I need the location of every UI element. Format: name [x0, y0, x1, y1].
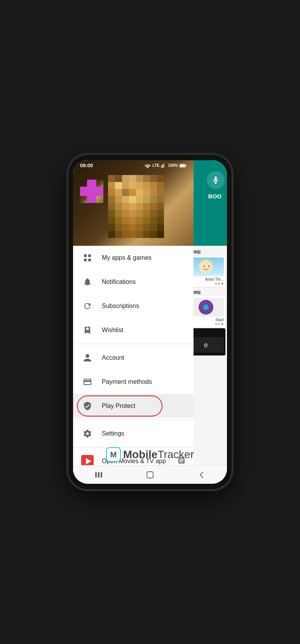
svg-rect-11 — [95, 472, 97, 478]
svg-point-3 — [204, 266, 205, 267]
svg-point-4 — [208, 266, 209, 267]
recent-apps-button[interactable] — [89, 467, 108, 483]
grid-icon — [81, 251, 94, 264]
drawer-menu: My apps & games Notifications Subscripti… — [73, 246, 194, 484]
bookmark-check-icon — [81, 324, 94, 337]
card-rating-1: 4.6 ★ — [215, 282, 224, 285]
menu-label-my-apps: My apps & games — [102, 254, 152, 261]
svg-rect-12 — [98, 472, 99, 478]
card-name-2: Slacl — [215, 318, 224, 322]
phone-frame: BOO MORE — [68, 155, 232, 489]
drawer: 09:00 LTE 100% — [73, 160, 194, 484]
menu-item-account[interactable]: Account — [73, 346, 194, 370]
menu-item-subscriptions[interactable]: Subscriptions — [73, 294, 194, 318]
menu-label-payment: Payment methods — [102, 378, 152, 385]
menu-label-notifications: Notifications — [102, 278, 136, 285]
divider-1 — [73, 344, 194, 344]
mic-button[interactable] — [207, 171, 225, 189]
boo-badge: BOO — [205, 191, 225, 201]
nav-bar — [73, 465, 227, 484]
bell-icon — [81, 275, 94, 289]
svg-rect-13 — [101, 472, 102, 478]
phone-screen: BOO MORE — [73, 160, 227, 484]
signal-icon — [161, 163, 166, 168]
lte-badge: LTE — [152, 163, 159, 168]
svg-rect-6 — [180, 164, 185, 166]
menu-item-my-apps[interactable]: My apps & games — [73, 246, 194, 270]
divider-2 — [73, 420, 194, 420]
home-button[interactable] — [140, 467, 160, 483]
svg-point-0 — [199, 260, 213, 274]
card-name-1: Anim Thr... — [205, 277, 224, 282]
card-rating-2: 4.4 ★ — [215, 322, 224, 326]
menu-item-play-protect[interactable]: Play Protect — [73, 394, 194, 418]
pixel-face — [108, 175, 164, 238]
plus-icon — [80, 180, 103, 203]
menu-label-settings: Settings — [102, 430, 124, 437]
back-button[interactable] — [192, 467, 211, 483]
menu-label-wishlist: Wishlist — [102, 327, 123, 334]
divider-3 — [73, 447, 194, 448]
refresh-icon — [81, 299, 94, 313]
gear-icon — [81, 427, 94, 440]
status-time: 09:00 — [80, 163, 93, 168]
battery-text: 100% — [168, 163, 178, 168]
wifi-icon — [145, 163, 151, 168]
menu-item-payment[interactable]: Payment methods — [73, 370, 194, 394]
status-bar: 09:00 LTE 100% — [73, 160, 194, 170]
menu-item-wishlist[interactable]: Wishlist — [73, 318, 194, 342]
shield-play-icon — [81, 399, 94, 413]
status-icons: LTE 100% — [145, 163, 187, 168]
menu-label-subscriptions: Subscriptions — [102, 303, 139, 310]
card-icon — [81, 375, 94, 388]
menu-label-play-protect: Play Protect — [102, 402, 135, 410]
menu-label-movies: Open Movies & TV app — [102, 458, 166, 465]
menu-item-notifications[interactable]: Notifications — [73, 270, 194, 294]
svg-rect-14 — [147, 472, 153, 478]
battery-icon — [180, 163, 187, 168]
menu-label-account: Account — [102, 354, 124, 361]
person-icon — [81, 351, 94, 364]
menu-item-settings[interactable]: Settings — [73, 422, 194, 446]
svg-rect-7 — [185, 164, 186, 166]
drawer-header: 09:00 LTE 100% — [73, 160, 194, 246]
